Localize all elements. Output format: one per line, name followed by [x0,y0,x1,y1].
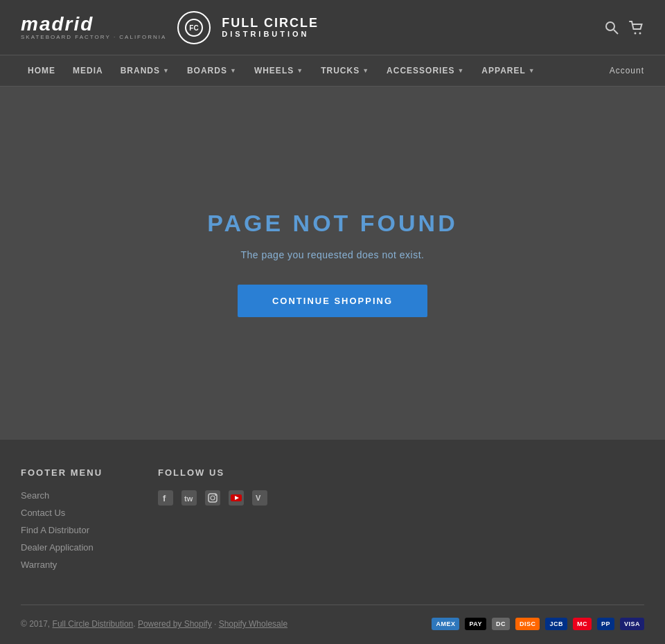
follow-heading: FOLLOW US [158,467,267,478]
footer-warranty-link[interactable]: Warranty [21,560,103,570]
svg-point-5 [639,32,641,34]
nav-apparel[interactable]: APPAREL▼ [475,57,542,84]
nav-boards[interactable]: BOARDS▼ [180,57,244,84]
svg-text:V: V [256,494,261,502]
account-link[interactable]: Account [610,66,644,75]
visa-badge: VISA [620,618,644,630]
svg-point-2 [606,22,614,30]
vimeo-icon[interactable]: V [252,490,267,509]
fcd-sub: DISTRIBUTION [222,30,319,38]
payment-icons: AMEX PAY DC DISC JCB MC PP VISA [432,618,644,630]
chevron-down-icon: ▼ [457,67,464,74]
chevron-down-icon: ▼ [230,67,237,74]
main-nav: HOME MEDIA BRANDS▼ BOARDS▼ WHEELS▼ TRUCK… [0,55,665,87]
twitter-icon[interactable]: tw [181,490,197,509]
mastercard-badge: MC [573,618,592,630]
svg-line-3 [614,30,618,34]
nav-media[interactable]: MEDIA [66,57,110,84]
discover-badge: DISC [515,618,540,630]
fcd-text: FULL CIRCLE DISTRIBUTION [222,17,319,39]
header-icons [605,21,644,35]
powered-by-shopify[interactable]: Powered by Shopify [138,619,212,629]
madrid-logo-text: madrid [21,15,94,34]
footer: FOOTER MENU Search Contact Us Find A Dis… [0,440,665,644]
footer-top: FOOTER MENU Search Contact Us Find A Dis… [21,467,644,577]
nav-brands[interactable]: BRANDS▼ [114,57,177,84]
cart-icon [629,21,644,35]
header: madrid SKATEBOARD FACTORY · CALIFORNIA F… [0,0,665,55]
facebook-icon[interactable]: f [158,490,173,509]
search-button[interactable] [605,21,619,35]
shopify-wholesale-link[interactable]: Shopify Wholesale [219,619,287,629]
svg-point-4 [635,32,637,34]
chevron-down-icon: ▼ [362,67,369,74]
paypal-badge: PP [597,618,614,630]
instagram-icon[interactable] [205,490,220,509]
nav-accessories[interactable]: ACCESSORIES▼ [380,57,471,84]
main-content: PAGE NOT FOUND The page you requested do… [0,87,665,440]
jcb-badge: JCB [545,618,567,630]
logo-area: madrid SKATEBOARD FACTORY · CALIFORNIA F… [21,11,319,44]
footer-bottom: © 2017, Full Circle Distribution. Powere… [21,605,644,630]
nav-trucks[interactable]: TRUCKS▼ [314,57,376,84]
continue-shopping-button[interactable]: CONTINUE SHOPPING [238,285,427,317]
circle-logo-icon: FC [177,11,211,44]
chevron-down-icon: ▼ [296,67,303,74]
youtube-icon[interactable] [229,490,244,509]
diners-badge: DC [492,618,510,630]
fc-logo-svg: FC [184,18,204,37]
page-not-found-title: PAGE NOT FOUND [207,210,457,237]
fcd-main: FULL CIRCLE [222,17,319,30]
nav-wheels[interactable]: WHEELS▼ [247,57,310,84]
amex-badge: AMEX [432,618,459,630]
svg-rect-10 [205,490,220,506]
svg-text:tw: tw [184,494,193,503]
social-icons: f tw V [158,490,267,509]
company-link[interactable]: Full Circle Distribution [53,619,134,629]
search-icon [605,21,619,35]
footer-menu-section: FOOTER MENU Search Contact Us Find A Dis… [21,467,103,577]
svg-text:FC: FC [190,24,199,32]
page-not-found-subtitle: The page you requested does not exist. [241,249,425,260]
logo-sub: SKATEBOARD FACTORY · CALIFORNIA [21,34,166,40]
applepay-badge: PAY [465,618,486,630]
footer-copyright: © 2017, Full Circle Distribution. Powere… [21,619,287,629]
footer-distributor-link[interactable]: Find A Distributor [21,525,103,535]
nav-home[interactable]: HOME [21,57,62,84]
footer-dealer-link[interactable]: Dealer Application [21,542,103,553]
footer-search-link[interactable]: Search [21,490,103,501]
chevron-down-icon: ▼ [529,67,535,74]
chevron-down-icon: ▼ [163,67,170,74]
footer-follow-section: FOLLOW US f tw V [158,467,267,577]
nav-items: HOME MEDIA BRANDS▼ BOARDS▼ WHEELS▼ TRUCK… [21,57,542,84]
svg-text:f: f [163,493,166,503]
footer-menu-heading: FOOTER MENU [21,467,103,478]
svg-point-13 [215,494,216,496]
cart-button[interactable] [629,21,644,35]
footer-contact-link[interactable]: Contact Us [21,508,103,518]
